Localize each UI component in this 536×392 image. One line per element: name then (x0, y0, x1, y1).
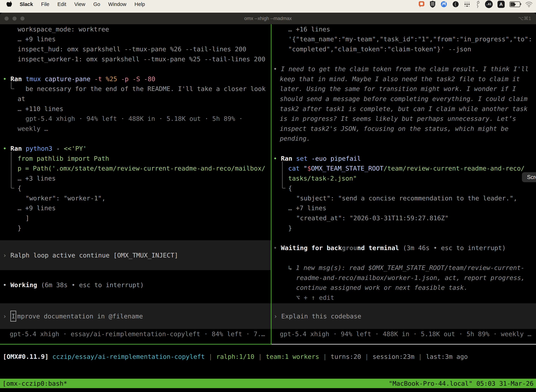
tmux-pane-hud[interactable]: workspace_mode: worktree… +9 linesinspec… (0, 24, 271, 345)
terminal-line: … +7 lines (272, 203, 536, 213)
terminal-line: } (0, 223, 271, 233)
dots-grid-icon[interactable] (464, 1, 470, 7)
terminal-line: • Ran tmux capture-pane -t %25 -p -S -80 (0, 74, 271, 84)
terminal-line: from pathlib import Path (0, 154, 271, 163)
terminal-line: … +9 lines (0, 203, 271, 213)
terminal-line: … +110 lines (0, 104, 271, 114)
prompt-chevron: › (3, 313, 10, 320)
chat-icon[interactable] (419, 1, 425, 8)
tmux-session-name: [omx-cczip0:bash* (2, 380, 67, 387)
omx-status-line: [OMX#0.11.9] cczip/essay/ai-reimplementa… (0, 352, 536, 362)
vpn-icon[interactable] (440, 1, 447, 8)
terminal-line: } (272, 223, 536, 233)
terminal-line: continue assigned work or next feasible … (272, 283, 536, 293)
terminal-line: task2 after task1 is complete, but can I… (272, 104, 536, 114)
menu-bar: Slack File Edit View Go Window Help (0, 0, 536, 9)
connector-elbow (11, 82, 14, 89)
terminal-line: ] (0, 213, 271, 223)
left-transcript: workspace_mode: worktree… +9 linesinspec… (0, 24, 271, 233)
tmux-pane-worker[interactable]: … +16 lines'{"team_name":"my-team","task… (272, 24, 536, 345)
menu-window[interactable]: Window (108, 1, 126, 7)
terminal-line: '{"team_name":"my-team","task_id":"1","f… (272, 34, 536, 44)
terminal-line (272, 144, 536, 154)
battery-icon[interactable] (509, 1, 520, 7)
terminal-line: … +16 lines (272, 24, 536, 34)
terminal-line: be necessary for the end of the README. … (0, 84, 271, 94)
apple-menu-icon[interactable] (6, 1, 12, 8)
terminal-line: inspect_hud: omx sparkshell --tmux-pane … (0, 44, 271, 54)
terminal-line: ⌥ + ↑ edit (272, 293, 536, 303)
tmux-host-clock: "MacBook-Pro-44.local" 05:03 31-Mar-26 (389, 380, 534, 387)
terminal-line (272, 233, 536, 243)
terminal-line: "worker": "worker-1", (0, 193, 271, 203)
window-title: omx --xhigh --madmax (0, 16, 536, 21)
window-shortcut: ⌥⌘1 (518, 16, 531, 21)
terminal-line: tasks/task-2.json" (272, 173, 536, 183)
pane-divider[interactable] (271, 24, 272, 345)
menu-help[interactable]: Help (134, 1, 145, 7)
shield-icon[interactable] (430, 0, 436, 8)
crescent-icon[interactable] (452, 1, 459, 8)
terminal-line: … +3 lines (0, 173, 271, 183)
wifi-icon[interactable] (525, 1, 533, 7)
terminal-line: is in progress? It seems likely but perh… (272, 114, 536, 124)
terminal-line: ↳ 1 new msg(s): read $OMX_TEAM_STATE_ROO… (272, 263, 536, 273)
terminal-line (272, 54, 536, 64)
terminal-line: { (0, 183, 271, 193)
terminal-line: at (0, 94, 271, 104)
terminal-line: • Ran python3 - <<'PY' (0, 144, 271, 154)
terminal-line: p = Path('.omx/state/team/review-current… (0, 163, 271, 173)
prompt-input-left[interactable]: › Improve documentation in @filename (0, 303, 271, 329)
terminal-line (272, 253, 536, 263)
tmux-status-bar: [omx-cczip0:bash* "MacBook-Pro-44.local"… (0, 379, 536, 388)
connector-elbow (282, 162, 285, 188)
terminal-line: later. Using the same for transition mig… (272, 84, 536, 94)
menu-bar-status-icons: ..61 A (419, 0, 533, 9)
model-status-line-right: gpt-5.4 xhigh · 94% left · 488K in · 5.1… (272, 329, 536, 339)
prompt-input-right[interactable]: › Explain this codebase (272, 303, 536, 329)
terminal-line: … +9 lines (0, 34, 271, 44)
terminal-line: should send a message before completing … (272, 94, 536, 104)
text-cursor: I (10, 311, 16, 322)
menu-edit[interactable]: Edit (57, 1, 66, 7)
screen: Slack File Edit View Go Window Help (0, 0, 536, 392)
working-status-line: • Working (6m 38s • esc to interrupt) (0, 280, 271, 290)
terminal-line: "subject": "send a concise recommendatio… (272, 193, 536, 203)
terminal-line: gpt-5.4 xhigh · 94% left · 488K in · 5.1… (0, 114, 271, 124)
input-placeholder: mprove documentation in @filename (17, 313, 143, 320)
right-transcript: … +16 lines'{"team_name":"my-team","task… (272, 24, 536, 303)
connector-elbow (11, 152, 14, 188)
terminal-line: pending. (272, 134, 536, 144)
menu-view[interactable]: View (74, 1, 85, 7)
battery-percent-badge[interactable]: ..61 (485, 0, 493, 8)
terminal-line: weekly … (0, 124, 271, 134)
window-title-bar: omx --xhigh --madmax ⌥⌘1 (0, 13, 536, 24)
model-status-line-left: gpt-5.4 xhigh · essay/ai-reimplementatio… (0, 329, 271, 339)
terminal-line: cat "$OMX_TEAM_STATE_ROOT/team/review-cu… (272, 163, 536, 173)
terminal-line: • Waiting for background terminal (3m 46… (272, 243, 536, 253)
terminal-line: "created_at": "2026-03-31T11:59:27.816Z" (272, 213, 536, 223)
menu-file[interactable]: File (41, 1, 49, 7)
terminal-line (0, 64, 271, 74)
terminal-line: inspect_worker-1: omx sparkshell --tmux-… (0, 54, 271, 64)
terminal-line (0, 134, 271, 144)
terminal-line: keep that in mind. Maybe I also need the… (272, 74, 536, 84)
terminal-line: • Ran set -euo pipefail (272, 154, 536, 163)
terminal-line: readme-and-reco/mailbox/worker-1.json, a… (272, 273, 536, 283)
screenshot-tooltip: Scre (522, 172, 536, 182)
menu-app-name[interactable]: Slack (20, 1, 33, 7)
terminal-line: { (272, 183, 536, 193)
terminal-line: "completed","claim_token":"claim-token"}… (272, 44, 536, 54)
inject-banner: › Ralph loop active continue [OMX_TMUX_I… (0, 240, 271, 270)
terminal-line: • I need to get the claim token from the… (272, 64, 536, 74)
hook-icon[interactable] (475, 0, 480, 8)
menu-go[interactable]: Go (93, 1, 100, 7)
keyboard-layout-icon[interactable]: A (498, 1, 505, 8)
terminal-line: inspect task2's JSON, focusing on the st… (272, 124, 536, 134)
terminal-line: workspace_mode: worktree (0, 24, 271, 34)
